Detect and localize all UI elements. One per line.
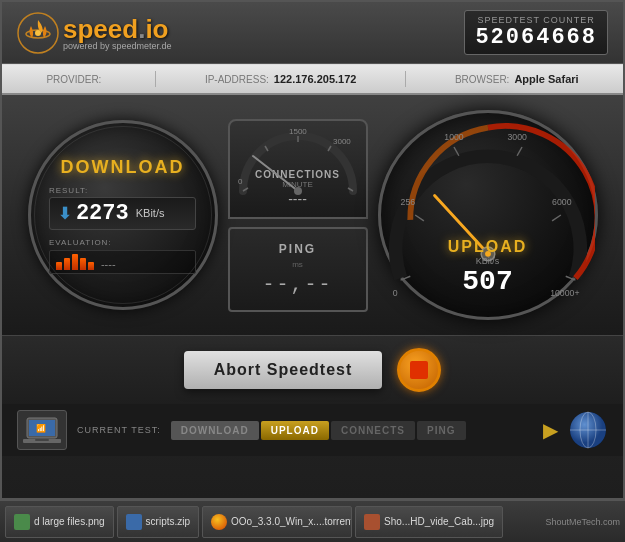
svg-text:10000+: 10000+ xyxy=(550,288,579,298)
header: speed.io powered by speedmeter.de SPEEDT… xyxy=(2,2,623,64)
speedtest-counter: SPEEDTEST COUNTER 52064668 xyxy=(464,10,608,55)
upload-info: UPLOAD KBit/s 507 xyxy=(448,238,528,297)
abort-button[interactable]: Abort Speedtest xyxy=(184,351,383,389)
connections-gauge: 0 1500 3000 CONNECTIONS MINUTE ---- xyxy=(228,119,368,219)
app-container: speed.io powered by speedmeter.de SPEEDT… xyxy=(0,0,625,500)
upload-label: UPLOAD xyxy=(448,238,528,256)
svg-text:6000: 6000 xyxy=(552,197,572,207)
browser-label: BROWSER: xyxy=(455,74,509,85)
middle-gauges: 0 1500 3000 CONNECTIONS MINUTE ---- PING… xyxy=(228,119,368,312)
eval-label: EVALUATION: xyxy=(49,238,196,247)
svg-text:256: 256 xyxy=(400,197,415,207)
taskbar-icon-0 xyxy=(14,514,30,530)
ip-label: IP-ADDRESS: xyxy=(205,74,269,85)
download-arrow-icon: ⬇ xyxy=(58,204,71,223)
svg-line-11 xyxy=(253,156,298,191)
step-connects: CONNECTS xyxy=(331,421,415,440)
svg-line-16 xyxy=(517,147,522,156)
eval-bar-3 xyxy=(72,254,78,270)
ping-gauge: PING ms --,-- xyxy=(228,227,368,312)
logo-sub: powered by speedmeter.de xyxy=(63,41,172,51)
info-bar: PROVIDER: IP-ADDRESS: 122.176.205.172 BR… xyxy=(2,64,623,95)
taskbar-item-2[interactable]: OOo_3.3.0_Win_x....torrent xyxy=(202,506,352,538)
eval-bar-4 xyxy=(80,258,86,270)
ping-sublabel: ms xyxy=(292,260,303,269)
taskbar-label-1: scripts.zip xyxy=(146,516,190,527)
logo-icon xyxy=(17,12,59,54)
svg-text:1500: 1500 xyxy=(289,127,307,136)
browser-value: Apple Safari xyxy=(514,73,578,85)
logo-io: io xyxy=(145,14,168,44)
laptop-icon-area: 📶 xyxy=(17,410,67,450)
info-divider-1 xyxy=(155,71,156,87)
conn-arc-container: 0 1500 3000 xyxy=(230,126,366,196)
eval-dash: ---- xyxy=(101,258,116,270)
eval-bars: ---- xyxy=(49,250,196,274)
svg-point-2 xyxy=(35,30,41,36)
taskbar-label-3: Sho...HD_vide_Cab...jpg xyxy=(384,516,494,527)
svg-text:1000: 1000 xyxy=(444,132,464,142)
logo-text: speed.io powered by speedmeter.de xyxy=(63,14,172,51)
stop-icon xyxy=(410,361,428,379)
bottom-controls: Abort Speedtest xyxy=(2,335,623,404)
taskbar-label-0: d large files.png xyxy=(34,516,105,527)
svg-line-17 xyxy=(552,215,561,221)
current-test-label: CURRENT TEST: xyxy=(77,425,161,435)
download-result-label: RESULT: xyxy=(49,186,196,195)
svg-text:3000: 3000 xyxy=(333,137,351,146)
download-value: 2273 xyxy=(76,201,129,226)
taskbar-brand: ShoutMeTech.com xyxy=(545,517,620,527)
download-unit: KBit/s xyxy=(136,207,165,219)
svg-point-12 xyxy=(294,187,302,195)
taskbar-icon-2 xyxy=(211,514,227,530)
upload-gauge: 0 256 1000 3000 6000 10000+ UPLOAD KBit/… xyxy=(378,110,598,320)
provider-item: PROVIDER: xyxy=(46,74,106,85)
svg-rect-31 xyxy=(35,439,49,441)
progress-steps: DOWNLOAD UPLOAD CONNECTS PING xyxy=(171,421,533,440)
svg-text:0: 0 xyxy=(392,288,397,298)
step-ping: PING xyxy=(417,421,465,440)
eval-bar-5 xyxy=(88,262,94,270)
download-gauge: DOWNLOAD RESULT: ⬇ 2273 KBit/s EVALUATIO… xyxy=(28,120,218,310)
laptop-icon: 📶 xyxy=(23,414,61,446)
provider-label: PROVIDER: xyxy=(46,74,101,85)
upload-sublabel: KBit/s xyxy=(448,256,528,266)
logo-area: speed.io powered by speedmeter.de xyxy=(17,12,172,54)
counter-value: 52064668 xyxy=(475,25,597,50)
taskbar: d large files.png scripts.zip OOo_3.3.0_… xyxy=(0,500,625,542)
stop-button[interactable] xyxy=(397,348,441,392)
download-label: DOWNLOAD xyxy=(61,157,185,178)
download-result-section: RESULT: ⬇ 2273 KBit/s xyxy=(49,186,196,230)
eval-bar-1 xyxy=(56,262,62,270)
taskbar-icon-1 xyxy=(126,514,142,530)
step-download: DOWNLOAD xyxy=(171,421,259,440)
taskbar-label-2: OOo_3.3.0_Win_x....torrent xyxy=(231,516,352,527)
logo-speed: speed xyxy=(63,14,138,44)
svg-line-14 xyxy=(415,215,424,221)
arrow-forward-icon: ▶ xyxy=(543,418,558,442)
upload-value: 507 xyxy=(448,266,528,297)
ping-label: PING xyxy=(279,242,316,256)
taskbar-item-3[interactable]: Sho...HD_vide_Cab...jpg xyxy=(355,506,503,538)
svg-text:📶: 📶 xyxy=(36,423,46,433)
info-divider-2 xyxy=(405,71,406,87)
taskbar-icon-3 xyxy=(364,514,380,530)
ip-item: IP-ADDRESS: 122.176.205.172 xyxy=(205,73,357,85)
taskbar-item-0[interactable]: d large files.png xyxy=(5,506,114,538)
gauges-area: DOWNLOAD RESULT: ⬇ 2273 KBit/s EVALUATIO… xyxy=(2,95,623,335)
counter-label: SPEEDTEST COUNTER xyxy=(475,15,597,25)
svg-line-15 xyxy=(454,147,459,156)
ping-value: --,-- xyxy=(262,273,332,296)
taskbar-item-1[interactable]: scripts.zip xyxy=(117,506,199,538)
eval-bar-2 xyxy=(64,258,70,270)
step-upload: UPLOAD xyxy=(261,421,329,440)
progress-area: 📶 CURRENT TEST: DOWNLOAD UPLOAD CONNECTS… xyxy=(2,404,623,456)
download-result-row: ⬇ 2273 KBit/s xyxy=(49,197,196,230)
globe-icon xyxy=(568,410,608,450)
ip-value: 122.176.205.172 xyxy=(274,73,357,85)
svg-text:3000: 3000 xyxy=(507,132,527,142)
connections-arc-svg: 0 1500 3000 xyxy=(233,126,363,196)
evaluation-section: EVALUATION: ---- xyxy=(49,238,196,274)
browser-item: BROWSER: Apple Safari xyxy=(455,73,579,85)
svg-text:0: 0 xyxy=(238,177,243,186)
